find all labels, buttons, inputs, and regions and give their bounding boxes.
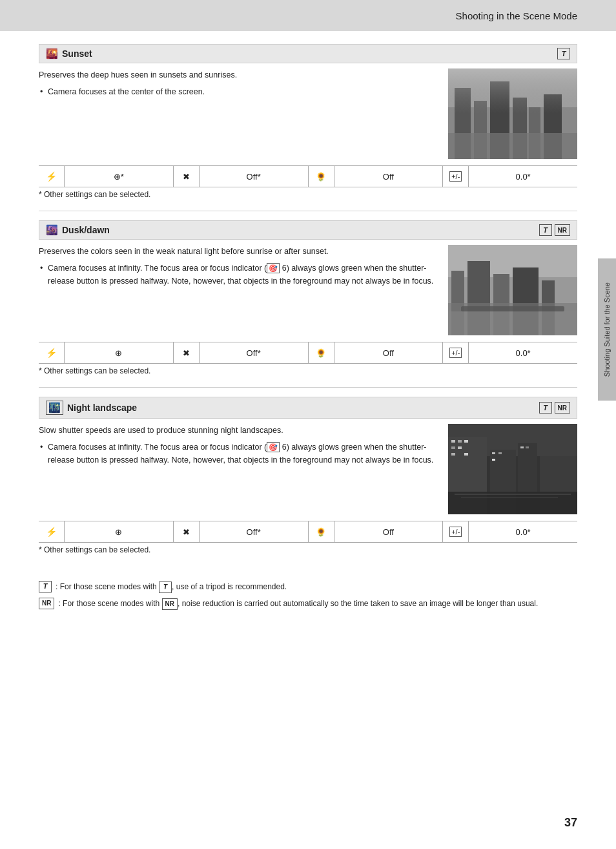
night-setting-off1: Off* [200, 521, 309, 542]
footer-tripod-icon: T [39, 581, 52, 592]
sunset-setting-focus: ⊕* [65, 166, 174, 187]
night-image [448, 424, 577, 514]
svg-rect-23 [451, 440, 455, 443]
section-title-sunset: 🌇 Sunset [46, 48, 92, 59]
sunset-setting-ev-val: 0.0* [469, 166, 577, 187]
night-badges: T NR [539, 402, 570, 414]
svg-rect-35 [492, 459, 495, 461]
svg-rect-9 [448, 68, 577, 114]
night-footnote: * Other settings can be selected. [39, 545, 577, 554]
svg-rect-25 [464, 440, 468, 443]
sunset-label: Sunset [62, 48, 92, 59]
footer-tripod-text: : For those scene modes with T, use of a… [56, 580, 287, 594]
svg-rect-29 [464, 453, 468, 456]
tripod-badge-night: T [539, 402, 552, 414]
flash-icon-night: ⚡ [46, 527, 57, 537]
svg-rect-38 [448, 492, 577, 514]
section-night: 🌃 Night landscape T NR Slow shutter spee… [39, 397, 577, 554]
side-tab: Shooting Suited for the Scene [598, 258, 616, 401]
footer-note-tripod: T : For those scene modes with T, use of… [39, 580, 577, 594]
sunset-icon: 🌇 [46, 48, 58, 59]
footer-nr-text: : For those scene modes with NR, noise r… [58, 597, 538, 611]
dusk-setting-ev-icon: +/- [443, 342, 469, 363]
dusk-setting-ev-val: 0.0* [469, 342, 577, 363]
section-title-night: 🌃 Night landscape [46, 401, 137, 415]
night-description: Slow shutter speeds are used to produce … [39, 424, 440, 437]
night-setting-timer: ✖ [174, 521, 200, 542]
ev-value-dusk: 0.0* [516, 348, 531, 358]
focus-icon-night: ⊕ [115, 527, 122, 537]
page-header: Shooting in the Scene Mode [0, 0, 616, 31]
timer-icon: ✖ [183, 172, 190, 182]
dusk-setting-off1: Off* [200, 342, 309, 363]
footer-nr-icons: NR [39, 598, 54, 609]
sunset-bullets: Camera focuses at the center of the scre… [39, 85, 440, 98]
timer-icon-dusk: ✖ [183, 348, 190, 358]
sunset-setting-icon2: 🌻 [309, 166, 334, 187]
night-setting-focus: ⊕ [65, 521, 174, 542]
svg-rect-19 [448, 311, 577, 335]
macro-icon-dusk: 🌻 [316, 348, 326, 358]
off1-label-night: Off* [247, 527, 261, 537]
timer-icon-night: ✖ [183, 527, 190, 537]
dusk-setting-off2: Off [334, 342, 444, 363]
sunset-body: Preserves the deep hues seen in sunsets … [39, 68, 577, 159]
main-content: 🌇 Sunset T Preserves the deep hues seen … [0, 31, 616, 626]
night-settings-row: ⚡ ⊕ ✖ Off* 🌻 Off +/- [39, 521, 577, 543]
section-dusk: 🌆 Dusk/dawn T NR Preserves the colors se… [39, 220, 577, 375]
night-setting-flash: ⚡ [39, 521, 65, 542]
flash-icon-dusk: ⚡ [46, 348, 57, 358]
sunset-setting-timer: ✖ [174, 166, 200, 187]
tripod-badge-sunset: T [557, 48, 570, 59]
flash-icon: ⚡ [46, 171, 57, 182]
sunset-description: Preserves the deep hues seen in sunsets … [39, 68, 440, 81]
footer-note-nr: NR : For those scene modes with NR, nois… [39, 597, 577, 611]
section-title-dusk: 🌆 Dusk/dawn [46, 224, 110, 236]
night-setting-off2: Off [334, 521, 444, 542]
footer-nr-icon: NR [39, 598, 54, 609]
divider-1 [39, 211, 577, 211]
section-sunset: 🌇 Sunset T Preserves the deep hues seen … [39, 44, 577, 199]
night-body: Slow shutter speeds are used to produce … [39, 424, 577, 514]
dusk-body: Preserves the colors seen in the weak na… [39, 245, 577, 335]
night-setting-ev-val: 0.0* [469, 521, 577, 542]
sunset-setting-off1: Off* [200, 166, 309, 187]
dusk-setting-focus: ⊕ [65, 342, 174, 363]
night-icon: 🌃 [46, 401, 63, 415]
section-header-sunset: 🌇 Sunset T [39, 44, 577, 63]
svg-rect-37 [526, 446, 529, 448]
focus-icon: ⊕* [114, 172, 124, 182]
svg-rect-40 [461, 498, 558, 498]
page-title: Shooting in the Scene Mode [456, 10, 577, 21]
dusk-icon: 🌆 [46, 224, 58, 236]
night-bullet-1: Camera focuses at infinity. The focus ar… [39, 441, 440, 466]
nr-badge-night: NR [555, 402, 570, 414]
dusk-badges: T NR [539, 224, 570, 236]
svg-rect-33 [492, 452, 495, 454]
night-bullets: Camera focuses at infinity. The focus ar… [39, 441, 440, 466]
sunset-footnote: * Other settings can be selected. [39, 190, 577, 199]
sunset-setting-ev-icon: +/- [443, 166, 469, 187]
macro-icon: 🌻 [316, 172, 326, 182]
dusk-description: Preserves the colors seen in the weak na… [39, 245, 440, 258]
dusk-settings-row: ⚡ ⊕ ✖ Off* 🌻 Off +/- [39, 342, 577, 364]
dusk-image [448, 245, 577, 335]
section-header-night: 🌃 Night landscape T NR [39, 397, 577, 419]
ev-icon-dusk: +/- [449, 348, 462, 358]
page: Shooting in the Scene Mode Shooting Suit… [0, 0, 616, 849]
svg-rect-28 [451, 453, 455, 456]
footer-notes: T : For those scene modes with T, use of… [39, 574, 577, 611]
ev-value-night: 0.0* [516, 527, 531, 537]
off2-label-night: Off [383, 527, 394, 537]
night-setting-ev-icon: +/- [443, 521, 469, 542]
sunset-image [448, 68, 577, 159]
sunset-text: Preserves the deep hues seen in sunsets … [39, 68, 440, 159]
svg-rect-24 [458, 440, 462, 443]
off1-label: Off* [247, 172, 261, 182]
dusk-footnote: * Other settings can be selected. [39, 366, 577, 375]
ev-icon-night: +/- [449, 527, 462, 537]
nr-badge-dusk: NR [555, 224, 570, 236]
side-tab-label: Shooting Suited for the Scene [603, 282, 611, 377]
night-setting-icon2: 🌻 [309, 521, 334, 542]
svg-rect-27 [458, 446, 462, 449]
